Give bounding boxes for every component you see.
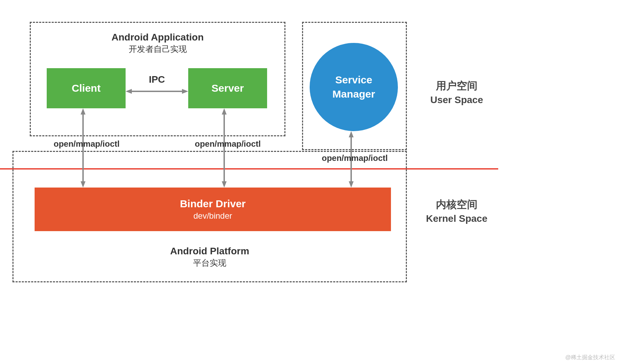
binder-driver-box: Binder Driver dev/binder xyxy=(35,188,391,231)
client-box: Client xyxy=(47,68,126,108)
svg-marker-1 xyxy=(126,89,132,94)
kernel-space-en: Kernel Space xyxy=(419,213,495,224)
server-box: Server xyxy=(188,68,267,108)
manager-syscall-label: open/mmap/ioctl xyxy=(322,153,388,163)
diagram-canvas: Android Application 开发者自己实现 Client Serve… xyxy=(0,0,620,364)
client-syscall-label: open/mmap/ioctl xyxy=(54,139,120,149)
kernel-space-cn: 内核空间 xyxy=(419,198,495,212)
svg-marker-4 xyxy=(81,108,85,115)
watermark: @稀土掘金技术社区 xyxy=(565,354,615,361)
android-platform-subtitle: 平台实现 xyxy=(12,257,407,269)
user-space-label: 用户空间 User Space xyxy=(419,79,495,106)
android-application-title: Android Application xyxy=(30,32,285,43)
ipc-label: IPC xyxy=(126,74,188,85)
android-application-subtitle: 开发者自己实现 xyxy=(30,44,285,55)
android-application-label: Android Application 开发者自己实现 xyxy=(30,32,285,55)
svg-marker-11 xyxy=(349,181,354,188)
kernel-space-label: 内核空间 Kernel Space xyxy=(419,198,495,224)
server-syscall-label: open/mmap/ioctl xyxy=(195,139,261,149)
android-platform-title: Android Platform xyxy=(12,246,407,257)
android-platform-label: Android Platform 平台实现 xyxy=(12,246,407,269)
svg-marker-8 xyxy=(222,181,227,188)
svg-marker-10 xyxy=(349,131,354,137)
service-manager-circle: Service Manager xyxy=(310,43,398,131)
svg-marker-7 xyxy=(222,108,227,115)
server-label: Server xyxy=(211,82,244,94)
binder-driver-subtitle: dev/binder xyxy=(193,211,232,221)
user-space-en: User Space xyxy=(419,94,495,106)
client-label: Client xyxy=(72,82,100,94)
svg-marker-2 xyxy=(182,89,188,94)
user-space-cn: 用户空间 xyxy=(419,79,495,93)
ipc-arrow xyxy=(126,88,188,95)
svg-marker-5 xyxy=(81,181,85,188)
binder-driver-title: Binder Driver xyxy=(180,198,246,210)
service-manager-label: Service Manager xyxy=(332,73,375,101)
